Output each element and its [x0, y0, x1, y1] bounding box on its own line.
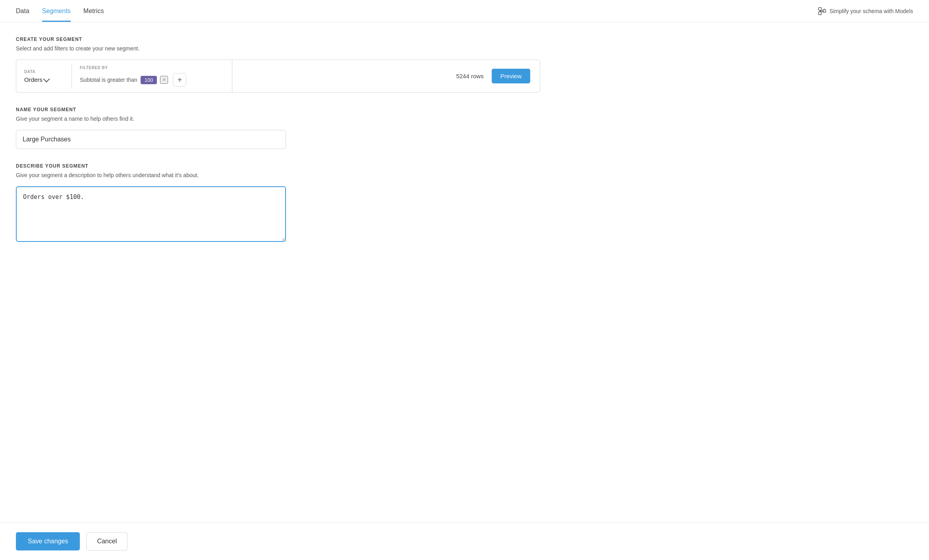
segment-name-input[interactable]	[16, 130, 286, 149]
filter-remove-button[interactable]: ×	[160, 76, 168, 84]
tab-metrics[interactable]: Metrics	[83, 0, 104, 22]
models-link[interactable]: Simplify your schema with Models	[829, 8, 913, 14]
filter-box: DATA Orders FILTERED BY Subtotal is grea…	[16, 60, 540, 93]
models-icon	[818, 7, 826, 15]
data-selector[interactable]: Orders	[24, 76, 49, 83]
nav-right: Simplify your schema with Models	[818, 7, 913, 15]
data-selector-value: Orders	[24, 76, 42, 83]
describe-segment-desc: Give your segment a description to help …	[16, 172, 540, 178]
svg-rect-1	[819, 12, 821, 15]
segment-description-textarea[interactable]: Orders over $100.	[16, 186, 286, 242]
rows-count: 5244 rows	[456, 73, 483, 79]
name-segment-desc: Give your segment a name to help others …	[16, 116, 540, 122]
data-column: DATA Orders	[16, 64, 72, 89]
create-segment-desc: Select and add filters to create your ne…	[16, 45, 540, 52]
filter-chips: Subtotal is greater than 100 × +	[80, 73, 224, 87]
describe-segment-section: DESCRIBE YOUR SEGMENT Give your segment …	[16, 163, 540, 243]
create-segment-title: CREATE YOUR SEGMENT	[16, 37, 540, 42]
svg-rect-0	[819, 8, 821, 10]
filter-by-column: FILTERED BY Subtotal is greater than 100…	[72, 60, 232, 92]
data-label: DATA	[24, 70, 49, 74]
filter-chip-badge: 100	[141, 76, 157, 84]
create-segment-section: CREATE YOUR SEGMENT Select and add filte…	[16, 37, 540, 93]
chevron-down-icon	[43, 75, 50, 82]
filter-by-label: FILTERED BY	[80, 66, 224, 70]
filter-rows-column: 5244 rows Preview	[232, 63, 540, 89]
describe-segment-title: DESCRIBE YOUR SEGMENT	[16, 163, 540, 169]
preview-button[interactable]: Preview	[492, 69, 530, 83]
filter-chip-text: Subtotal is greater than	[80, 77, 137, 83]
add-filter-button[interactable]: +	[173, 73, 186, 87]
tab-segments[interactable]: Segments	[42, 0, 71, 22]
name-segment-section: NAME YOUR SEGMENT Give your segment a na…	[16, 107, 540, 149]
top-nav: Data Segments Metrics Simplify your sche…	[0, 0, 929, 22]
main-content: CREATE YOUR SEGMENT Select and add filte…	[0, 22, 556, 243]
tab-data[interactable]: Data	[16, 0, 29, 22]
name-segment-title: NAME YOUR SEGMENT	[16, 107, 540, 112]
nav-tabs: Data Segments Metrics	[16, 0, 104, 22]
